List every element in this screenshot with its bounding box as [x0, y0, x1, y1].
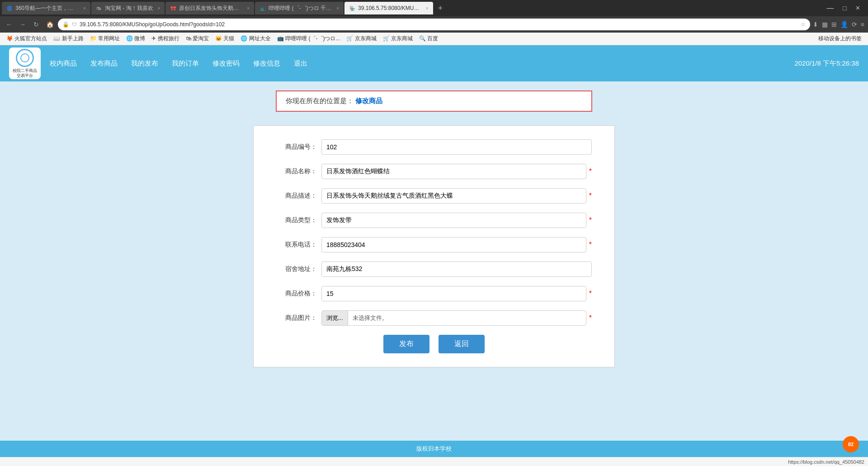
- tab-1-close[interactable]: ×: [83, 6, 86, 11]
- forward-button[interactable]: →: [17, 19, 28, 30]
- bookmark-urls[interactable]: 🌐 网址大全: [238, 34, 273, 43]
- input-goods-addr[interactable]: [321, 262, 592, 277]
- reload-button[interactable]: ↻: [31, 19, 42, 30]
- nav-my-orders[interactable]: 我的订单: [172, 59, 199, 68]
- bookmark-tmall[interactable]: 🐱 天猫: [212, 34, 237, 43]
- required-star-price: *: [589, 290, 592, 298]
- label-goods-addr: 宿舍地址：: [276, 265, 317, 273]
- download-icon[interactable]: ⬇: [813, 21, 818, 28]
- tab-4[interactable]: 📺 哔哩哔哩 (゜-゜)つロ 千杯~b… ×: [255, 2, 344, 14]
- bookmark-jd1[interactable]: 🛒 京东商城: [344, 34, 379, 43]
- bookmark-mobile[interactable]: 移动设备上的书签: [816, 34, 864, 43]
- label-goods-name: 商品名称：: [276, 167, 317, 176]
- home-button[interactable]: 🏠: [44, 19, 55, 30]
- submit-button[interactable]: 发布: [383, 335, 429, 353]
- menu-icon[interactable]: ≡: [861, 21, 864, 28]
- tab-2-label: 淘宝网 - 淘！我喜欢: [105, 5, 153, 12]
- label-goods-price: 商品价格：: [276, 290, 317, 298]
- site-logo: 校院二手商品交易平台: [9, 48, 41, 79]
- form-row-goods-phone: 联系电话： *: [276, 237, 592, 252]
- site-footer: 版权归本学校: [0, 441, 868, 457]
- sidebar-icon[interactable]: ▦: [822, 21, 828, 28]
- profile-icon[interactable]: 👤: [840, 21, 848, 28]
- new-tab-button[interactable]: +: [434, 2, 447, 14]
- browser-actions: ⬇ ▦ ⊞ 👤 ⟳ ≡: [813, 21, 864, 28]
- nav-my-publish[interactable]: 我的发布: [131, 59, 158, 68]
- bookmark-weibo[interactable]: 🌐 微博: [123, 34, 148, 43]
- label-goods-desc: 商品描述：: [276, 192, 317, 200]
- status-bar: https://blog.csdn.net/qq_45050482: [0, 457, 868, 466]
- page-wrapper: 校院二手商品交易平台 校内商品 发布商品 我的发布 我的订单 修改密码 修改信息…: [0, 45, 868, 466]
- label-goods-image: 商品图片：: [276, 314, 317, 322]
- back-button[interactable]: ←: [4, 19, 14, 30]
- security-icon: 🔒: [62, 21, 69, 28]
- minimize-button[interactable]: —: [824, 4, 836, 12]
- label-goods-phone: 联系电话：: [276, 241, 317, 249]
- tab-3[interactable]: 🎀 原创日系发饰头饰天鹅丝绒复… ×: [165, 2, 254, 14]
- tab-5-favicon: 🏪: [349, 5, 355, 11]
- shield-icon: 🛡: [72, 22, 77, 27]
- tab-1-label: 360导航—一个主页，整个世界: [15, 5, 79, 12]
- tab-4-close[interactable]: ×: [336, 6, 339, 11]
- nav-change-pwd[interactable]: 修改密码: [212, 59, 240, 68]
- tab-view-icon[interactable]: ⊞: [831, 21, 837, 28]
- back-button[interactable]: 返回: [439, 335, 485, 353]
- nav-logout[interactable]: 退出: [294, 59, 307, 68]
- input-goods-phone[interactable]: [321, 237, 586, 252]
- bookmark-baidu-label: 🔍 百度: [419, 35, 438, 43]
- address-bar-row: ← → ↻ 🏠 🔒 🛡 39.106.5.75:8080/KMUShop/goU…: [0, 16, 868, 33]
- header-datetime: 2020/1/8 下午5:26:38: [794, 59, 859, 68]
- nav-change-info[interactable]: 修改信息: [253, 59, 280, 68]
- form-row-goods-type: 商品类型： *: [276, 213, 592, 228]
- file-input-wrapper: 浏览... 未选择文件。: [321, 310, 586, 326]
- bookmark-bilibili[interactable]: 📺 哔哩哔哩 (゜-゜)つロ...: [274, 34, 343, 43]
- file-name-label: 未选择文件。: [348, 314, 392, 322]
- tab-3-close[interactable]: ×: [247, 6, 250, 11]
- file-browse-button[interactable]: 浏览...: [322, 311, 348, 325]
- tab-2-close[interactable]: ×: [158, 6, 160, 11]
- tab-2-favicon: 🛍: [96, 5, 102, 11]
- maximize-button[interactable]: □: [840, 5, 849, 12]
- window-controls: — □ ×: [824, 4, 866, 12]
- history-icon[interactable]: ⟳: [852, 21, 857, 28]
- bookmark-ctrip[interactable]: ✈ 携程旅行: [149, 34, 182, 43]
- nav-campus-goods[interactable]: 校内商品: [50, 59, 77, 68]
- bookmark-urls-label: 🌐 网址大全: [241, 35, 270, 43]
- logo-text: 校院二手商品交易平台: [13, 68, 37, 78]
- nav-publish[interactable]: 发布商品: [90, 59, 118, 68]
- breadcrumb-prefix: 你现在所在的位置是：: [286, 97, 354, 105]
- bookmark-jd2[interactable]: 🛒 京东商城: [380, 34, 415, 43]
- footer-text: 版权归本学校: [416, 445, 452, 453]
- bookmark-baidu[interactable]: 🔍 百度: [416, 34, 441, 43]
- input-goods-id[interactable]: [321, 139, 592, 155]
- bookmark-common[interactable]: 📁 常用网址: [87, 34, 123, 43]
- input-goods-desc[interactable]: [321, 188, 586, 204]
- required-star-phone: *: [589, 241, 592, 249]
- breadcrumb-link[interactable]: 修改商品: [355, 97, 382, 105]
- logo-circle: [16, 49, 34, 67]
- browser-chrome: 🌀 360导航—一个主页，整个世界 × 🛍 淘宝网 - 淘！我喜欢 × 🎀 原创…: [0, 0, 868, 45]
- main-content: 你现在所在的位置是： 修改商品 商品编号： 商品名称： * 商品描述： *: [0, 81, 868, 441]
- bookmark-aitaobao[interactable]: 🛍 爱淘宝: [183, 34, 212, 43]
- bookmark-jd1-label: 🛒 京东商城: [346, 35, 376, 43]
- tab-3-favicon: 🎀: [170, 5, 176, 11]
- address-url[interactable]: 39.106.5.75:8080/KMUShop/goUpGoods.html?…: [80, 21, 798, 28]
- bookmark-star[interactable]: ☆: [801, 21, 806, 28]
- tab-5-close[interactable]: ×: [426, 6, 429, 11]
- bookmark-firefox[interactable]: 🦊 火狐官方站点: [4, 34, 50, 43]
- tab-1[interactable]: 🌀 360导航—一个主页，整个世界 ×: [2, 2, 90, 14]
- label-goods-id: 商品编号：: [276, 143, 317, 151]
- address-box[interactable]: 🔒 🛡 39.106.5.75:8080/KMUShop/goUpGoods.h…: [58, 19, 810, 30]
- tab-4-favicon: 📺: [259, 5, 266, 11]
- tab-5[interactable]: 🏪 39.106.5.75:8080/KMUShop/… ×: [344, 2, 433, 14]
- bookmark-newbie[interactable]: 📖 新手上路: [51, 34, 86, 43]
- tab-2[interactable]: 🛍 淘宝网 - 淘！我喜欢 ×: [91, 2, 165, 14]
- input-goods-price[interactable]: [321, 286, 586, 301]
- csdn-badge[interactable]: 82: [843, 436, 859, 452]
- input-goods-type[interactable]: [321, 213, 586, 228]
- edit-goods-form: 商品编号： 商品名称： * 商品描述： * 商品类型： *: [253, 125, 615, 367]
- bookmark-newbie-label: 📖 新手上路: [53, 35, 83, 43]
- bookmark-tmall-label: 🐱 天猫: [215, 35, 234, 43]
- input-goods-name[interactable]: [321, 164, 586, 179]
- close-button[interactable]: ×: [853, 4, 863, 12]
